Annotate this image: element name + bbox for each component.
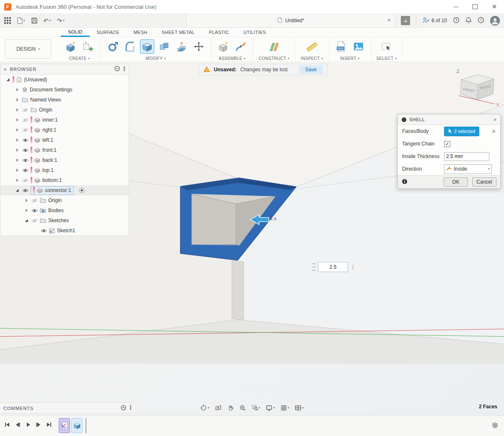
visibility-on-icon[interactable] [40,228,47,233]
inside-thickness-input[interactable] [444,152,489,161]
shell-tool-icon[interactable] [140,40,154,53]
save-link-button[interactable]: Save [299,65,323,74]
minimize-button[interactable] [446,0,465,13]
visibility-on-icon[interactable] [22,158,29,163]
activate-component-radio[interactable] [79,187,85,193]
close-button[interactable]: ✕ [485,0,504,13]
ribbon-tab-surface[interactable]: SURFACE [90,28,127,37]
tangent-chain-checkbox[interactable] [444,141,450,147]
step-forward-icon[interactable] [36,422,42,429]
expander-collapsed-icon[interactable] [15,158,20,163]
panel-grip-icon[interactable] [130,405,132,411]
visibility-on-icon[interactable] [22,168,29,173]
visibility-off-icon[interactable] [22,178,29,183]
new-component-icon[interactable] [217,40,230,53]
combine-icon[interactable] [158,40,171,53]
visibility-off-icon[interactable] [31,218,38,223]
ribbon-tab-utilities[interactable]: UTILITIES [236,28,273,37]
ribbon-group-label-select[interactable]: SELECT▾ [377,56,397,61]
file-menu-button[interactable]: ▾ [17,17,25,24]
notifications-bell-icon[interactable] [465,17,472,25]
browser-row-connector-1-11[interactable]: connector:1 [0,185,129,195]
maximize-button[interactable] [465,0,485,13]
display-settings-icon[interactable]: ▾ [266,405,275,411]
expander-expanded-icon[interactable] [5,77,10,82]
clear-selection-icon[interactable]: ✕ [491,128,496,135]
drag-handle-icon[interactable] [312,263,316,271]
comments-bar[interactable]: COMMENTS [0,402,135,414]
browser-row-document-settings-1[interactable]: Document Settings [0,85,129,95]
expander-collapsed-icon[interactable] [24,198,29,203]
ribbon-group-label-modify[interactable]: MODIFY▾ [145,56,166,61]
zoom-icon[interactable] [239,405,246,411]
visibility-on-icon[interactable] [22,138,29,143]
faces-selected-chip[interactable]: 2 selected [444,127,479,136]
save-button[interactable] [31,17,38,24]
timeline-sketch-icon[interactable] [59,418,70,433]
fillet-icon[interactable] [123,40,137,53]
save-counter[interactable]: 6 of 10 [422,17,447,25]
browser-row-origin-12[interactable]: Origin [0,195,129,205]
visibility-off-icon[interactable] [22,128,29,132]
timeline-settings-gear-icon[interactable] [491,422,499,430]
expander-collapsed-icon[interactable] [15,178,20,183]
viewports-icon[interactable]: ▾ [295,405,304,411]
orbit-icon[interactable]: ▾ [200,405,210,411]
joint-icon[interactable] [234,40,247,53]
select-tool-icon[interactable] [380,40,393,53]
browser-row-top-1-9[interactable]: top:1 [0,165,129,175]
app-grid-icon[interactable] [4,17,11,24]
construct-plane-icon[interactable] [268,40,281,53]
skip-end-icon[interactable] [46,422,52,429]
visibility-off-icon[interactable] [31,198,38,203]
browser-row-front-1-7[interactable]: front:1 [0,145,129,155]
info-icon[interactable] [402,179,408,186]
play-icon[interactable] [25,422,31,429]
browser-row-origin-3[interactable]: Origin [0,105,129,115]
expander-collapsed-icon[interactable] [15,168,20,173]
move-copy-icon[interactable] [192,40,205,53]
measure-icon[interactable] [305,40,319,53]
job-status-clock-icon[interactable] [453,17,460,25]
browser-row-sketch1-15[interactable]: Sketch1 [0,226,129,236]
ribbon-tab-mesh[interactable]: MESH [127,28,155,37]
dock-dialog-icon[interactable]: » [494,117,496,122]
expander-collapsed-icon[interactable] [15,97,20,102]
expander-collapsed-icon[interactable] [15,107,20,112]
more-options-icon[interactable]: ⋮ [350,265,356,270]
visibility-off-icon[interactable] [22,118,29,122]
browser-row-unsaved-0[interactable]: (Unsaved) [0,75,129,85]
cancel-button[interactable]: Cancel [472,177,496,187]
press-pull-icon[interactable] [106,40,120,53]
close-document-icon[interactable]: × [387,17,391,23]
thickness-value-input[interactable] [318,262,348,272]
browser-row-named-views-2[interactable]: Named Views [0,95,129,105]
expander-collapsed-icon[interactable] [24,208,29,213]
browser-row-left-1-6[interactable]: left:1 [0,135,129,145]
new-solid-icon[interactable] [64,40,78,53]
expander-collapsed-icon[interactable] [15,138,20,143]
ribbon-group-label-insert[interactable]: INSERT▾ [340,56,359,61]
expander-expanded-icon[interactable] [24,218,29,223]
grid-display-icon[interactable]: ▾ [280,405,289,411]
viewport-canvas[interactable]: 2.5 « BROWSER (Unsaved)Document Settings… [0,61,504,416]
ribbon-tab-solid[interactable]: SOLID [61,28,90,37]
user-avatar[interactable] [490,16,500,26]
visibility-on-icon[interactable] [22,188,29,193]
browser-row-back-1-8[interactable]: back:1 [0,155,129,165]
shell-dialog-header[interactable]: SHELL » [398,114,500,125]
offset-face-icon[interactable] [175,40,188,53]
expander-collapsed-icon[interactable] [15,87,20,92]
expand-comments-icon[interactable] [121,405,126,412]
undo-button[interactable]: ↶▾ [44,18,51,24]
new-document-button[interactable]: + [401,16,410,25]
browser-row-inner-1-4[interactable]: inner:1 [0,115,129,125]
timeline-shell-icon[interactable] [71,418,83,433]
timeline-position-marker[interactable] [86,418,86,433]
browser-row-sketches-14[interactable]: Sketches [0,215,129,226]
expander-collapsed-icon[interactable] [15,127,20,132]
visibility-on-icon[interactable] [31,208,38,213]
view-cube[interactable]: Z FRONT RIGHT X [453,67,501,108]
ribbon-tab-sheet-metal[interactable]: SHEET METAL [155,28,202,37]
minimize-panel-icon[interactable] [114,66,120,73]
